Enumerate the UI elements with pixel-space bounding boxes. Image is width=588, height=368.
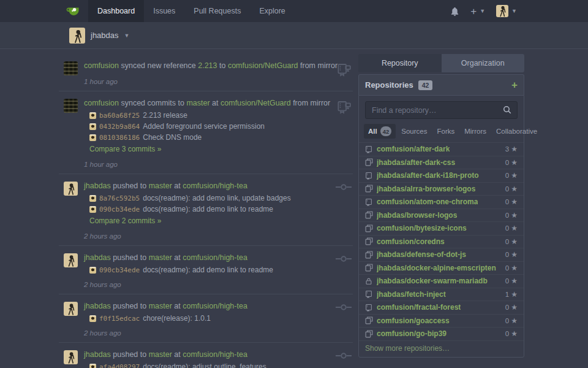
repo-name-link[interactable]: jhabdas/docker-swarm-mariadb [377,277,488,285]
feed-link[interactable]: master [149,350,172,359]
nav-item-dashboard[interactable]: Dashboard [88,0,144,22]
repo-search-input[interactable] [365,101,518,119]
repo-name-link[interactable]: comfusion/fractal-forest [377,303,461,312]
show-more-repositories-link[interactable]: Show more repositories… [359,340,524,357]
repo-row[interactable]: jhabdas/alrra-browser-logos0 ★ [359,182,524,196]
feed-link[interactable]: comfusion/high-tea [183,302,247,310]
commit-sha-link[interactable]: f0f15edcac [99,315,140,323]
gitea-logo-icon[interactable] [66,0,80,22]
repo-name-link[interactable]: jhabdas/docker-alpine-emscripten [377,264,496,272]
repo-row[interactable]: jhabdas/defense-of-dot-js0 ★ [359,248,524,261]
commit-message: Added foreground service permission [143,122,265,131]
feed-item-body: jhabdas pushed to master at comfusion/hi… [84,350,334,368]
repo-name-link[interactable]: comfusion/goaccess [377,316,450,325]
repo-star-count: 0 ★ [505,303,518,312]
repo-name-link[interactable]: comfusion/atom-one-chroma [377,197,478,206]
commit-sha-link[interactable]: 090cb34ede [99,266,140,274]
compare-commits-link[interactable]: Compare 3 commits » [89,145,161,153]
context-username[interactable]: jhabdas [91,31,119,40]
nav-item-explore[interactable]: Explore [250,0,294,22]
feed-link[interactable]: master [149,253,172,262]
repo-filter-collaborative[interactable]: Collaborative [492,125,541,137]
repo-row[interactable]: jhabdas/fetch-inject1 ★ [359,288,524,301]
commit-row: 8a76c592b5docs(readme): add demo link, u… [89,194,334,202]
repo-filter-sources[interactable]: Sources [397,125,431,137]
feed-link[interactable]: comfusion/high-tea [183,182,247,190]
repo-row[interactable]: jhabdas/browser-logos0 ★ [359,209,524,222]
fork-icon [365,330,373,338]
user-menu-dropdown[interactable]: ▼ [494,5,519,17]
filter-label: Collaborative [496,128,537,135]
feed-link[interactable]: master [149,302,172,310]
repo-name-link[interactable]: comfusion/go-bip39 [377,329,447,338]
actor-avatar[interactable] [64,350,78,364]
repo-filter-all[interactable]: All42 [364,124,396,139]
commit-sha-link[interactable]: 0810386186 [99,134,140,142]
repo-row[interactable]: comfusion/after-dark3 ★ [359,142,524,156]
repo-name-link[interactable]: jhabdas/alrra-browser-logos [377,185,475,193]
actor-avatar[interactable] [64,182,78,196]
feed-link[interactable]: jhabdas [84,253,111,262]
repo-filter-mirrors[interactable]: Mirrors [460,125,491,137]
repo-row[interactable]: comfusion/atom-one-chroma0 ★ [359,195,524,209]
repo-row[interactable]: comfusion/coredns0 ★ [359,235,524,248]
commit-sha-link[interactable]: 8a76c592b5 [99,194,140,202]
new-repository-button[interactable]: + [511,80,518,90]
repo-row[interactable]: jhabdas/docker-swarm-mariadb0 ★ [359,274,524,288]
repo-filter-forks[interactable]: Forks [432,125,459,137]
search-icon[interactable] [503,105,511,117]
feed-link[interactable]: jhabdas [84,302,111,310]
commit-message: docs(readme): add demo link, update badg… [143,194,290,202]
actor-avatar[interactable] [64,253,78,267]
repo-name-link[interactable]: jhabdas/fetch-inject [377,290,446,299]
feed-link[interactable]: comfusion/NetGuard [221,99,291,107]
repo-row[interactable]: comfusion/go-bip390 ★ [359,327,524,340]
feed-link[interactable]: comfusion [84,99,119,107]
commit-sha-link[interactable]: 0432b9a864 [99,123,140,131]
feed-link[interactable]: comfusion/NetGuard [228,61,298,70]
nav-item-pull-requests[interactable]: Pull Requests [184,0,250,22]
fork-icon [365,316,373,324]
repo-name-link[interactable]: jhabdas/after-dark-css [377,158,455,167]
context-switcher-bar: jhabdas ▼ [0,22,588,49]
repositories-title: Repositories [365,80,413,90]
actor-avatar[interactable] [64,302,78,316]
commit-sha-link[interactable]: afa4d08297 [99,363,140,368]
repo-row[interactable]: comfusion/goaccess0 ★ [359,314,524,328]
feed-link[interactable]: comfusion [84,61,119,70]
actor-avatar[interactable] [64,61,78,75]
repo-row[interactable]: comfusion/bytesize-icons0 ★ [359,221,524,235]
compare-commits-link[interactable]: Compare 2 commits » [89,217,161,225]
feed-link[interactable]: jhabdas [84,350,111,359]
tab-repository[interactable]: Repository [358,54,442,72]
feed-text: at [172,350,183,359]
repo-name-link[interactable]: jhabdas/browser-logos [377,211,457,220]
repo-row[interactable]: jhabdas/after-dark-css0 ★ [359,156,524,169]
feed-link[interactable]: comfusion/high-tea [183,350,247,359]
nav-item-issues[interactable]: Issues [144,0,184,22]
repo-row[interactable]: jhabdas/after-dark-i18n-proto0 ★ [359,169,524,182]
repo-icon [365,198,373,206]
repo-name-link[interactable]: jhabdas/after-dark-i18n-proto [377,171,479,180]
tab-organization[interactable]: Organization [442,54,525,72]
repo-name-link[interactable]: comfusion/after-dark [377,145,450,153]
commit-sha-link[interactable]: 090cb34ede [99,205,140,213]
repo-row[interactable]: jhabdas/docker-alpine-emscripten0 ★ [359,261,524,275]
chevron-down-icon[interactable]: ▼ [124,33,130,39]
feed-link[interactable]: jhabdas [84,182,111,190]
repo-name-link[interactable]: comfusion/coredns [377,237,445,246]
feed-link[interactable]: master [186,99,209,107]
repo-name-link[interactable]: comfusion/bytesize-icons [377,224,467,232]
actor-avatar[interactable] [64,99,78,113]
commit-sha-link[interactable]: ba60a68f25 [99,112,140,120]
commit-row: 090cb34ededocs(readme): add demo link to… [89,266,334,274]
feed-link[interactable]: 2.213 [198,61,217,70]
notifications-bell-icon[interactable] [448,7,462,16]
feed-link[interactable]: master [149,182,172,190]
fork-icon [365,264,373,272]
repo-name-link[interactable]: jhabdas/defense-of-dot-js [377,250,466,259]
repo-row[interactable]: comfusion/fractal-forest0 ★ [359,301,524,314]
create-new-dropdown[interactable]: + ▼ [468,6,488,17]
fork-icon [365,224,373,232]
feed-link[interactable]: comfusion/high-tea [183,253,247,262]
